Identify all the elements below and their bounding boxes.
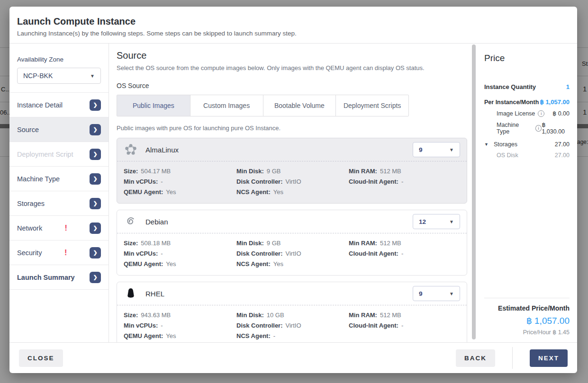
availability-zone-select[interactable]: NCP-BKK ▼ <box>17 68 101 84</box>
spec-value: VirtIO <box>286 322 301 329</box>
image-card-almalinux[interactable]: AlmaLinux 9 ▼ Size:504.17 MB Min Disk:9 … <box>117 138 467 204</box>
version-value: 12 <box>419 218 426 225</box>
tab-description: Public images with pure OS for launching… <box>117 125 477 132</box>
rhel-icon <box>124 286 138 301</box>
price-line-machine-type: Machine Type i ฿ 1,030.00 <box>484 121 570 135</box>
section-heading: Source <box>117 50 477 61</box>
spec-label: NCS Agent: <box>236 260 271 267</box>
spec-label: NCS Agent: <box>236 188 271 196</box>
almalinux-icon <box>124 143 138 157</box>
price-line-label: Image License <box>497 110 535 117</box>
os-name: RHEL <box>145 290 164 298</box>
tab-custom-images[interactable]: Custom Images <box>190 95 263 116</box>
sidebar-step-label: Security <box>17 249 42 257</box>
chevron-right-icon: ❯ <box>93 200 97 206</box>
next-button[interactable]: NEXT <box>530 349 568 367</box>
price-line-value: ฿ 1,030.00 <box>542 121 570 135</box>
debian-icon <box>124 214 138 229</box>
spec-value: 508.18 MB <box>141 240 171 247</box>
image-card-header: Debian 12 ▼ <box>117 210 467 233</box>
version-value: 9 <box>419 290 423 297</box>
price-sub-os-disk: OS Disk 27.00 <box>484 152 570 159</box>
sidebar-step-label: Network <box>17 224 42 232</box>
tab-public-images[interactable]: Public Images <box>117 95 190 116</box>
tab-bootable-volume[interactable]: Bootable Volume <box>263 95 336 116</box>
spec-item: Size:943.63 MB <box>124 310 236 321</box>
vertical-scrollbar[interactable] <box>472 45 476 339</box>
spec-value: 504.17 MB <box>141 168 171 175</box>
spec-item: Min vCPUs:- <box>124 321 236 331</box>
chevron-right-icon: ❯ <box>93 176 97 182</box>
spec-item: Disk Controller:VirtIO <box>236 249 349 259</box>
spec-item: Size:508.18 MB <box>124 238 236 249</box>
per-instance-label: Per Instance/Month <box>484 99 539 106</box>
spec-item: Min RAM:512 MB <box>349 166 460 177</box>
sidebar-step-label: Storages <box>17 200 45 207</box>
spec-item: Cloud-Init Agent:- <box>349 321 460 331</box>
price-panel: Price Instance Quantity 1 Per Instance/M… <box>477 44 577 342</box>
sidebar-item-machine-type[interactable]: Machine Type ❯ <box>9 167 109 191</box>
spec-label: Min Disk: <box>236 312 264 319</box>
chevron-right-icon: ❯ <box>93 102 97 108</box>
estimated-price-block: Estimated Price/Month ฿ 1,057.00 Price/H… <box>484 298 570 336</box>
spec-value: - <box>401 250 403 257</box>
active-step-badge: ❯ <box>90 198 101 209</box>
back-button[interactable]: BACK <box>456 349 495 367</box>
sidebar-step-label: Machine Type <box>17 175 60 183</box>
price-line-image-license: Image License i ฿ 0.00 <box>484 110 570 117</box>
spec-value: 512 MB <box>380 240 401 247</box>
spec-value: - <box>401 178 403 185</box>
info-icon[interactable]: i <box>538 110 544 117</box>
spec-label: Min Disk: <box>236 240 264 247</box>
sidebar-item-deployment-script: Deployment Script ❯ <box>9 142 109 167</box>
spec-item: Min vCPUs:- <box>124 177 236 187</box>
spec-value: Yes <box>166 260 176 267</box>
spec-item: QEMU Agent:Yes <box>124 331 236 341</box>
os-source-tabs: Public ImagesCustom ImagesBootable Volum… <box>117 95 409 116</box>
version-select[interactable]: 9 ▼ <box>413 142 460 157</box>
sidebar-item-launch-summary[interactable]: Launch Summary ❯ <box>9 265 109 290</box>
tab-deployment-scripts[interactable]: Deployment Scripts <box>335 95 408 116</box>
spec-value: VirtIO <box>286 178 301 185</box>
spec-label: QEMU Agent: <box>124 332 163 339</box>
storages-row: ▼ Storages 27.00 <box>484 141 570 148</box>
spec-item: NCS Agent:Yes <box>236 259 349 269</box>
sidebar-step-label: Instance Detail <box>17 101 63 109</box>
estimated-price-value: ฿ 1,057.00 <box>484 315 570 326</box>
image-specs: Size:943.63 MB Min Disk:10 GB Min RAM:51… <box>117 305 467 342</box>
collapse-triangle-icon[interactable]: ▼ <box>484 142 488 147</box>
spec-value: - <box>161 322 163 329</box>
price-panel-title: Price <box>484 53 570 63</box>
per-instance-value: ฿ 1,057.00 <box>540 98 570 106</box>
sidebar-item-source[interactable]: Source ❯ <box>9 117 109 142</box>
version-select[interactable]: 9 ▼ <box>413 286 460 301</box>
spec-label: Cloud-Init Agent: <box>349 178 398 185</box>
spec-label: Min vCPUs: <box>124 178 158 185</box>
sidebar-item-security[interactable]: Security ! ❯ <box>9 240 109 265</box>
image-specs: Size:504.17 MB Min Disk:9 GB Min RAM:512… <box>117 161 467 203</box>
spec-item: QEMU Agent:Yes <box>124 187 236 197</box>
spec-label: Min RAM: <box>349 312 377 319</box>
spec-value: 9 GB <box>267 240 281 247</box>
spec-label: Min vCPUs: <box>124 250 158 257</box>
storages-value: 27.00 <box>555 141 570 148</box>
sidebar-item-storages[interactable]: Storages ❯ <box>9 191 109 216</box>
version-select[interactable]: 12 ▼ <box>413 214 460 229</box>
active-step-badge: ❯ <box>90 149 101 160</box>
image-card-rhel[interactable]: RHEL 9 ▼ Size:943.63 MB Min Disk:10 GB M… <box>117 282 467 342</box>
info-icon[interactable]: i <box>535 125 542 132</box>
spec-item: Size:504.17 MB <box>124 166 236 177</box>
chevron-right-icon: ❯ <box>93 126 97 133</box>
sidebar-item-instance-detail[interactable]: Instance Detail ❯ <box>9 93 109 117</box>
spec-item: NCS Agent:- <box>236 331 349 341</box>
sidebar-item-network[interactable]: Network ! ❯ <box>9 216 109 240</box>
alert-exclamation-icon: ! <box>64 224 67 232</box>
version-value: 9 <box>419 146 423 153</box>
spec-item: NCS Agent:Yes <box>236 187 349 197</box>
image-card-debian[interactable]: Debian 12 ▼ Size:508.18 MB Min Disk:9 GB… <box>117 210 467 276</box>
spec-value: 943.63 MB <box>141 312 171 319</box>
close-button[interactable]: CLOSE <box>19 349 63 367</box>
price-line-label: Machine Type <box>497 122 533 135</box>
page-subtitle: Launching Instance(s) by the following s… <box>17 30 570 37</box>
os-name: AlmaLinux <box>145 146 179 154</box>
